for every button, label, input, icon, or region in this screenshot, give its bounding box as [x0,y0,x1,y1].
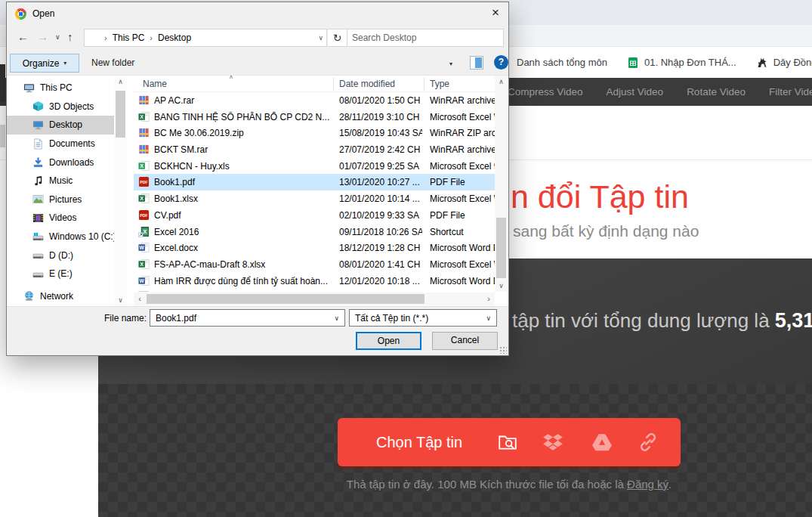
excel-shortcut-icon: X [138,226,150,237]
file-list-hscrollbar[interactable]: ‹ › [134,293,495,305]
scroll-up-icon[interactable]: ∧ [495,76,508,88]
sidebar-item-d-d[interactable]: D (D:) [7,246,114,265]
organize-label: Organize [23,58,60,69]
forward-button[interactable]: → [37,30,48,43]
nav-item-adjust-video[interactable]: Adjust Video [607,86,664,98]
sidebar-item-videos[interactable]: Videos [7,209,114,228]
search-placeholder: Search Desktop [352,33,489,43]
file-type-select[interactable]: Tất cả Tệp tin (*.*) ∨ [349,309,497,327]
this-pc-icon [23,82,35,94]
file-row-bc-me-30-06-2019-zip[interactable]: BC Me 30.06.2019.zip15/08/2019 10:43 SAW… [134,125,495,141]
preview-pane-icon[interactable] [470,56,483,70]
file-name: AP AC.rar [154,95,329,106]
sidebar-item-desktop[interactable]: Desktop [7,116,114,135]
file-row-bckhcn-huy-xls[interactable]: XBCKHCN - Huy.xls01/07/2019 9:25 SAMicro… [134,158,495,175]
file-type: Microsoft Word D [430,276,495,286]
column-header-name[interactable]: Name [143,79,167,89]
choose-file-button[interactable]: Chọn Tập tin [338,418,681,466]
page-subtitle: sang bất kỳ định dạng nào [513,222,699,240]
sidebar-item-downloads[interactable]: Downloads [7,153,114,172]
dropzone[interactable]: Chọn Tập tin Thả tập tin ở đây. 100 MB K… [98,384,812,517]
scrollbar-thumb[interactable] [147,294,425,304]
register-link[interactable]: Đăng ký [627,478,668,491]
views-button[interactable]: ▾ [434,55,462,72]
refresh-button[interactable]: ↻ [328,29,347,47]
chevron-down-icon[interactable]: ∨ [486,314,491,322]
file-date: 18/12/2019 1:28 CH [339,243,422,253]
organize-button[interactable]: Organize ▾ [10,54,79,73]
resize-grip[interactable] [499,346,507,354]
file-row-book1-pdf[interactable]: PDFBook1.pdf13/01/2020 10:27 ...PDF File [134,174,495,190]
network-icon [23,290,35,302]
bookmark-d-y-ng-h-da[interactable]: Dây Đồng Hồ Da [756,57,812,69]
sidebar-item-e-e[interactable]: E (E:) [7,265,114,283]
sidebar-item-documents[interactable]: Documents [7,135,114,153]
open-button[interactable]: Open [356,332,421,350]
file-row-bckt-sm-rar[interactable]: BCKT SM.rar27/07/2019 2:42 CHWinRAR arch… [134,141,495,158]
page-edge-dark-sliver [0,64,5,102]
scroll-down-icon[interactable]: ∨ [114,294,127,306]
dialog-title-bar[interactable]: Open × [7,2,508,25]
search-box[interactable]: Search Desktop [347,29,504,47]
file-type: Microsoft Excel 97 [430,161,495,172]
drive-icon [32,268,44,280]
scroll-left-icon[interactable]: ‹ [134,293,146,305]
file-row-fs-ap-ac-mau-draft-8-xlsx[interactable]: XFS-AP-AC-mau-Draft 8.xlsx08/01/2020 1:4… [134,256,495,273]
cancel-button[interactable]: Cancel [432,332,498,350]
nav-item-rotate-video[interactable]: Rotate Video [687,86,746,98]
close-button[interactable]: × [483,2,508,25]
sidebar-item-network[interactable]: Network [7,287,114,302]
dropbox-icon[interactable] [542,432,563,453]
downloads-icon [32,156,44,168]
breadcrumb-this-pc[interactable]: This PC [113,33,145,43]
sidebar-scrollbar[interactable]: ∧ ∨ [114,76,127,306]
file-row-excel-docx[interactable]: WExcel.docx18/12/2019 1:28 CHMicrosoft W… [134,240,495,256]
chevron-down-icon[interactable]: ∨ [334,314,339,322]
file-row-h-m-irr-c-d-ng-t-nh-t-su-t-ho-n[interactable]: WHàm IRR được dùng để tính tỷ suất hoàn.… [134,273,495,289]
bookmark-01-nh-p-n-th[interactable]: 01. Nhập Đơn THÁ... [627,57,736,69]
scroll-down-icon[interactable]: ∨ [495,280,508,292]
scrollbar-thumb[interactable] [496,218,506,278]
dialog-nav-bar: ← → ∨ ↑ › This PC › Desktop ∨ ↻ Search D… [7,25,508,51]
nav-item-compress-video[interactable]: Compress Video [508,86,583,98]
column-header-type[interactable]: Type [430,79,449,89]
file-row-excel-2016[interactable]: XExcel 201609/11/2018 10:26 SAShortcut [134,224,495,240]
file-row-ap-ac-rar[interactable]: AP AC.rar08/01/2020 1:50 CHWinRAR archiv… [134,92,495,109]
sidebar-item-label: E (E:) [49,268,73,279]
sidebar-item-windows-10-c[interactable]: Windows 10 (C:) [7,228,114,246]
breadcrumb-desktop[interactable]: Desktop [158,33,191,43]
nav-item-filter-video[interactable]: Filter Video [769,86,812,98]
scrollbar-thumb[interactable] [116,91,125,138]
sidebar-item-label: D (D:) [49,250,73,261]
sidebar-item-music[interactable]: Music [7,172,114,190]
file-name: FS-AP-AC-mau-Draft 8.xlsx [154,259,329,270]
back-button[interactable]: ← [17,30,29,43]
scroll-right-icon[interactable]: › [483,293,495,305]
sidebar-item-this-pc[interactable]: This PC [7,79,114,98]
file-row-bang-tinh-h-s-ph-n-b-cp-cd2-n[interactable]: XBANG TINH HỆ SỐ PHÂN BỔ CP CD2 N...28/1… [134,109,495,125]
help-icon[interactable]: ? [494,55,508,70]
file-row-book1-xlsx[interactable]: XBook1.xlsx12/01/2020 10:14 ...Microsoft… [134,190,495,207]
file-row-partial[interactable] [134,289,495,292]
drive-icon [32,249,44,261]
sidebar-item-3d-objects[interactable]: 3D Objects [7,98,114,116]
file-type: PDF File [430,177,495,187]
up-button[interactable]: ↑ [67,30,73,43]
file-list-vscrollbar[interactable]: ∧ ∨ [495,76,508,292]
recent-locations-dropdown[interactable]: ∨ [55,33,60,41]
new-folder-button[interactable]: New folder [91,57,134,68]
address-dropdown-icon[interactable]: ∨ [318,34,323,42]
sidebar-item-label: Downloads [49,157,94,168]
address-bar[interactable]: › This PC › Desktop ∨ [84,29,327,47]
column-header-date[interactable]: Date modified [339,79,395,89]
file-name-input[interactable]: Book1.pdf ∨ [150,309,345,327]
google-drive-icon[interactable] [591,432,613,453]
file-row-cv-pdf[interactable]: PDFCV.pdf02/10/2019 9:33 SAPDF File [134,207,495,224]
bookmark-danh-s-ch-t-ng-m-n[interactable]: Danh sách tổng môn [517,57,607,68]
link-icon[interactable] [638,432,659,453]
scroll-up-icon[interactable]: ∧ [114,76,127,88]
folder-search-icon[interactable] [497,432,518,453]
objects-3d-icon [32,101,44,112]
sidebar-item-pictures[interactable]: Pictures [7,190,114,209]
file-name: BCKHCN - Huy.xls [154,161,329,172]
